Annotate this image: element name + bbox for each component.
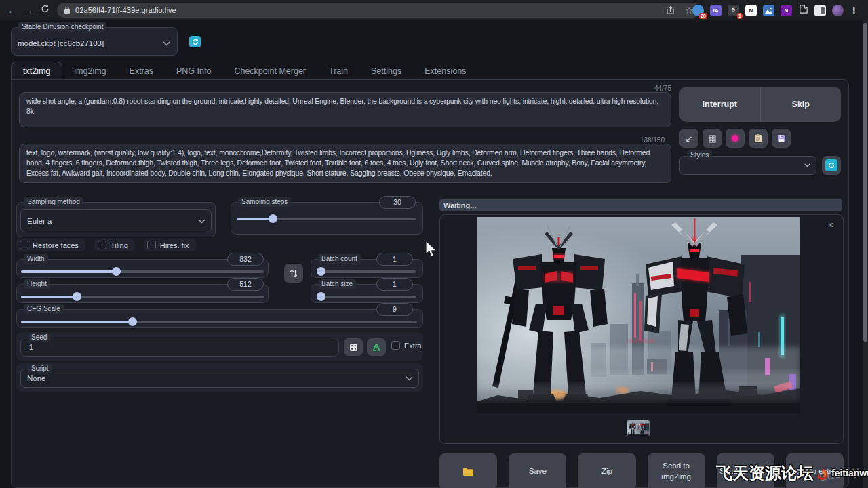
checkbox-box[interactable] xyxy=(98,241,106,249)
share-icon[interactable] xyxy=(666,6,675,15)
refresh-icon xyxy=(192,39,199,45)
sampling-method-block: Sampling method Euler a xyxy=(16,202,216,237)
batch-count-slider[interactable] xyxy=(317,270,416,273)
watermark-flame-logo xyxy=(815,466,830,481)
height-slider[interactable] xyxy=(21,296,264,298)
styles-refresh-button[interactable] xyxy=(822,156,841,175)
styles-dropdown[interactable]: Styles xyxy=(679,156,816,175)
watermark-site-text: feitianwu7.com xyxy=(831,468,868,479)
close-icon[interactable]: × xyxy=(828,220,833,230)
slider-handle[interactable] xyxy=(317,267,326,276)
apply-style-button[interactable] xyxy=(749,129,768,148)
profile-avatar[interactable] xyxy=(832,5,844,16)
paste-params-button[interactable]: ↙ xyxy=(679,129,698,148)
checkbox-box[interactable] xyxy=(147,241,156,249)
scrollbar-thumb[interactable] xyxy=(863,23,867,342)
tab-settings[interactable]: Settings xyxy=(359,62,413,80)
browser-reload-button[interactable] xyxy=(37,4,53,16)
slider-handle[interactable] xyxy=(317,292,326,301)
clear-prompt-button[interactable] xyxy=(703,129,722,148)
tab-train[interactable]: Train xyxy=(317,62,359,80)
gallery-thumbnail[interactable] xyxy=(627,420,649,436)
gallery-container: × xyxy=(439,214,844,444)
tab-checkpoint-merger[interactable]: Checkpoint Merger xyxy=(222,62,317,80)
floppy-disk-icon xyxy=(777,134,786,143)
extension-blue-icon[interactable]: 20 xyxy=(692,5,704,16)
prompt-input[interactable]: wide shot angle, a (gundam:0.8) robot st… xyxy=(19,92,671,127)
batch-size-value[interactable]: 1 xyxy=(376,278,413,291)
checkpoint-refresh-button[interactable] xyxy=(189,36,201,47)
width-slider[interactable] xyxy=(21,270,264,273)
chevron-down-icon xyxy=(406,376,413,381)
extra-networks-button[interactable] xyxy=(726,129,745,148)
slider-handle[interactable] xyxy=(73,292,81,301)
script-label: Script xyxy=(28,364,52,373)
reuse-seed-button[interactable] xyxy=(367,338,386,356)
extension-notion-icon[interactable]: N xyxy=(745,5,757,16)
height-label: Height xyxy=(24,279,50,289)
script-dropdown[interactable]: Script None xyxy=(20,369,419,388)
cfg-scale-value[interactable]: 9 xyxy=(376,303,413,316)
batch-count-label: Batch count xyxy=(318,254,361,264)
checkpoint-dropdown[interactable]: Stable Diffusion checkpoint model.ckpt [… xyxy=(11,27,178,56)
slider-handle[interactable] xyxy=(112,267,121,276)
watermark-chinese-text: 飞天资源论坛 xyxy=(716,462,814,484)
extension-image-icon[interactable] xyxy=(763,5,774,16)
slider-handle[interactable] xyxy=(269,214,277,223)
swap-dimensions-button[interactable] xyxy=(284,264,303,283)
browser-menu-icon[interactable]: ⋮ xyxy=(850,5,859,16)
address-bar[interactable]: 02a56ff4-71ff-439e.gradio.live ☆ xyxy=(57,3,700,18)
progress-text: Waiting... xyxy=(439,201,476,209)
random-seed-button[interactable] xyxy=(344,338,363,356)
tiling-checkbox[interactable]: Tiling xyxy=(94,239,135,251)
send-to-img2img-button[interactable]: Send to img2img xyxy=(648,453,705,488)
tab-extras[interactable]: Extras xyxy=(118,62,165,80)
width-block: Width 832 xyxy=(16,259,269,278)
save-style-button[interactable] xyxy=(772,129,791,148)
interrupt-button[interactable]: Interrupt xyxy=(679,87,761,122)
width-value[interactable]: 832 xyxy=(227,253,264,266)
styles-label: Styles xyxy=(687,150,712,160)
open-folder-button[interactable] xyxy=(439,453,497,488)
checkbox-box[interactable] xyxy=(391,341,400,350)
tab-png-info[interactable]: PNG Info xyxy=(165,62,222,80)
skip-button[interactable]: Skip xyxy=(761,87,842,122)
save-button[interactable]: Save xyxy=(509,453,566,488)
page-scrollbar[interactable] xyxy=(863,20,868,488)
hires-fix-checkbox[interactable]: Hires. fix xyxy=(144,239,196,251)
sampling-method-dropdown[interactable]: Euler a xyxy=(20,209,212,232)
extension-ia-icon[interactable]: IA xyxy=(710,5,722,16)
browser-forward-button[interactable]: → xyxy=(20,5,37,16)
generate-button-group: Interrupt Skip xyxy=(679,87,841,122)
extension-onenote-icon[interactable]: N xyxy=(781,5,792,16)
extension-camera-icon[interactable]: ⌾1 xyxy=(728,5,739,16)
height-value[interactable]: 512 xyxy=(227,278,264,291)
clipboard-icon xyxy=(754,134,762,143)
tab-txt2img[interactable]: txt2img xyxy=(11,62,62,81)
checkbox-box[interactable] xyxy=(20,241,28,249)
cfg-scale-slider[interactable] xyxy=(21,321,417,323)
restore-faces-checkbox[interactable]: Restore faces xyxy=(16,239,85,251)
batch-size-label: Batch size xyxy=(318,279,356,289)
browser-back-button[interactable]: ← xyxy=(4,5,20,16)
generated-image[interactable] xyxy=(477,217,800,413)
seed-value: -1 xyxy=(26,343,33,351)
extensions-puzzle-icon[interactable] xyxy=(798,4,808,17)
sampling-steps-value[interactable]: 30 xyxy=(379,196,416,209)
sampling-steps-slider[interactable] xyxy=(237,218,416,220)
batch-count-value[interactable]: 1 xyxy=(376,253,413,266)
seed-input[interactable]: Seed -1 xyxy=(20,338,339,357)
negative-prompt-input[interactable]: text, logo, watermark, (worst quality, l… xyxy=(19,144,671,183)
slider-handle[interactable] xyxy=(128,317,137,326)
chevron-down-icon xyxy=(198,219,205,224)
zip-button[interactable]: Zip xyxy=(578,453,635,488)
tab-extensions[interactable]: Extensions xyxy=(413,62,477,80)
sidebar-icon[interactable] xyxy=(814,5,826,16)
lock-icon xyxy=(64,6,71,14)
extra-seed-checkbox[interactable]: Extra xyxy=(388,339,422,352)
width-label: Width xyxy=(24,254,48,264)
tab-img2img[interactable]: img2img xyxy=(62,62,117,80)
script-value: None xyxy=(21,374,46,382)
dice-icon xyxy=(349,343,358,352)
batch-size-slider[interactable] xyxy=(317,296,416,298)
